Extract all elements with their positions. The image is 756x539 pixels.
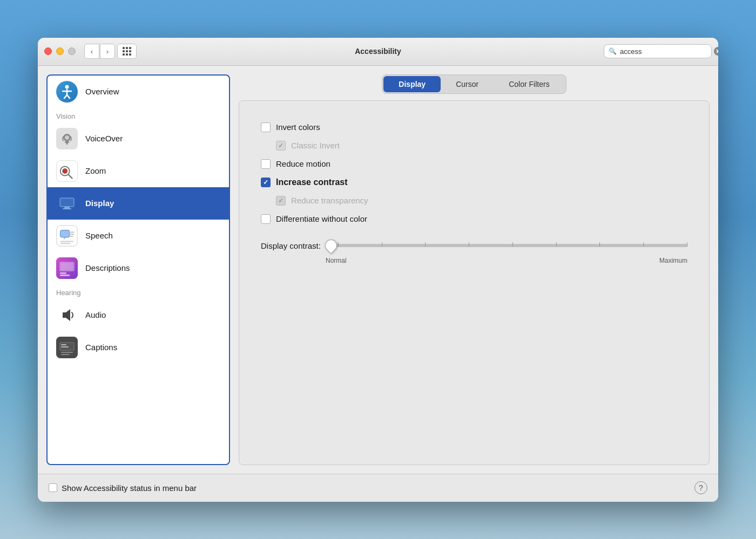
reduce-transparency-row: Reduce transparency (276, 192, 687, 210)
voiceover-svg (56, 128, 78, 149)
svg-rect-30 (60, 263, 73, 270)
reduce-motion-label: Reduce motion (276, 159, 330, 168)
svg-rect-22 (61, 230, 69, 236)
sidebar-item-label-captions: Captions (85, 343, 117, 352)
svg-rect-26 (60, 241, 74, 242)
increase-contrast-checkbox[interactable] (261, 178, 271, 187)
invert-colors-row: Invert colors (261, 118, 687, 137)
grid-view-button[interactable] (117, 44, 137, 59)
reduce-transparency-label: Reduce transparency (291, 196, 368, 205)
svg-rect-24 (70, 234, 75, 235)
svg-line-4 (67, 95, 70, 98)
sidebar-item-label-zoom: Zoom (85, 166, 106, 175)
voiceover-icon (56, 128, 78, 149)
reduce-motion-row: Reduce motion (261, 155, 687, 173)
sidebar-item-overview[interactable]: Overview (48, 76, 229, 108)
reduce-motion-checkbox[interactable] (261, 159, 271, 169)
tick-9 (687, 242, 687, 247)
svg-point-0 (65, 85, 69, 88)
display-icon (56, 193, 78, 214)
forward-button[interactable]: › (100, 44, 115, 59)
classic-invert-row: Classic Invert (276, 137, 687, 155)
accessibility-person-svg (59, 84, 75, 99)
tabs: Display Cursor Color Filters (382, 74, 566, 94)
differentiate-without-color-checkbox[interactable] (261, 214, 271, 224)
zoom-icon (56, 160, 78, 182)
sidebar-item-label-overview: Overview (85, 87, 119, 96)
contrast-slider-label: Display contrast: (261, 241, 321, 250)
tab-color-filters[interactable]: Color Filters (494, 76, 564, 92)
contrast-slider-row: Display contrast: (261, 241, 687, 250)
svg-rect-31 (60, 272, 66, 274)
window-title: Accessibility (355, 47, 401, 56)
slider-normal-label: Normal (326, 257, 347, 264)
sidebar-item-zoom[interactable]: Zoom (48, 155, 229, 187)
sidebar: Overview Vision VoiceOver (46, 74, 230, 465)
invert-colors-checkbox[interactable] (261, 122, 271, 132)
show-status-checkbox[interactable] (49, 483, 57, 492)
close-button[interactable] (44, 47, 52, 55)
svg-rect-32 (60, 275, 70, 276)
settings-panel: Invert colors Classic Invert Reduce moti… (239, 100, 710, 465)
tick-6 (556, 242, 557, 247)
sidebar-item-label-audio: Audio (85, 310, 106, 319)
svg-rect-41 (61, 354, 70, 355)
differentiate-without-color-row: Differentiate without color (261, 210, 687, 228)
svg-rect-23 (70, 231, 75, 233)
sidebar-item-voiceover[interactable]: VoiceOver (48, 122, 229, 155)
speech-icon (56, 225, 78, 247)
captions-svg (56, 337, 78, 358)
sidebar-item-audio[interactable]: Audio (48, 299, 229, 331)
speech-svg (57, 225, 77, 247)
sidebar-item-display[interactable]: Display (48, 187, 229, 220)
zoom-svg (57, 160, 77, 182)
search-box: 🔍 (604, 44, 712, 58)
bottom-bar: Show Accessibility status in menu bar ? (38, 474, 718, 502)
titlebar: ‹ › Accessibility 🔍 (38, 38, 718, 66)
svg-rect-18 (64, 207, 70, 208)
tab-display[interactable]: Display (383, 76, 441, 92)
contrast-slider-thumb[interactable] (322, 237, 339, 254)
svg-rect-17 (60, 199, 73, 206)
svg-rect-9 (66, 143, 68, 145)
slider-maximum-label: Maximum (659, 257, 687, 264)
slider-labels: Normal Maximum (261, 257, 687, 264)
audio-icon (56, 304, 78, 326)
svg-rect-38 (61, 344, 66, 345)
search-clear-button[interactable] (714, 47, 718, 56)
tab-cursor[interactable]: Cursor (441, 76, 494, 92)
help-button[interactable]: ? (694, 481, 707, 494)
back-button[interactable]: ‹ (84, 44, 99, 59)
tick-3 (425, 242, 426, 247)
sidebar-item-captions[interactable]: Captions (48, 331, 229, 364)
classic-invert-label: Classic Invert (291, 141, 340, 150)
descriptions-icon (56, 257, 78, 279)
reduce-transparency-checkbox[interactable] (276, 196, 286, 206)
traffic-lights (44, 47, 76, 55)
sidebar-item-speech[interactable]: Speech (48, 220, 229, 252)
captions-icon (56, 337, 78, 358)
minimize-button[interactable] (56, 47, 64, 55)
sidebar-item-descriptions[interactable]: Descriptions (48, 252, 229, 284)
increase-contrast-label: Increase contrast (276, 178, 348, 187)
system-preferences-window: ‹ › Accessibility 🔍 (38, 38, 718, 502)
contrast-slider-track[interactable] (327, 244, 687, 247)
svg-point-7 (65, 135, 69, 140)
sidebar-item-label-voiceover: VoiceOver (85, 134, 123, 143)
sidebar-item-label-speech: Speech (85, 231, 113, 240)
svg-rect-8 (65, 141, 69, 143)
classic-invert-checkbox[interactable] (276, 141, 286, 151)
display-svg (56, 193, 78, 214)
descriptions-svg (56, 257, 78, 279)
section-header-vision: Vision (48, 108, 229, 122)
show-status-label: Show Accessibility status in menu bar (62, 483, 197, 493)
search-input[interactable] (620, 47, 711, 56)
svg-rect-25 (70, 236, 73, 237)
section-header-hearing: Hearing (48, 284, 229, 299)
tick-container (338, 244, 687, 247)
tick-4 (469, 242, 469, 247)
maximize-button[interactable] (68, 47, 76, 55)
tick-2 (382, 242, 382, 247)
grid-icon (123, 47, 131, 56)
increase-contrast-row: Increase contrast (261, 173, 687, 192)
